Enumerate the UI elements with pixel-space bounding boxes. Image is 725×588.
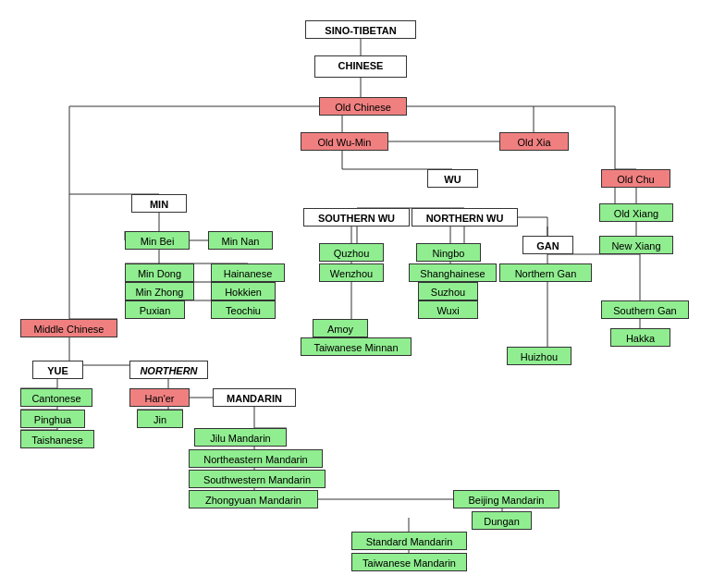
node-middle-chinese: Middle Chinese bbox=[20, 319, 117, 337]
node-min-bei: Min Bei bbox=[125, 231, 190, 250]
node-huizhou: Huizhou bbox=[507, 347, 571, 365]
node-yue: YUE bbox=[32, 361, 83, 379]
node-suzhou: Suzhou bbox=[418, 282, 478, 300]
node-amoy: Amoy bbox=[313, 319, 368, 337]
node-old-wu-min: Old Wu-Min bbox=[301, 132, 388, 151]
connecting-lines bbox=[0, 0, 725, 588]
node-taiwanese-mandarin: Taiwanese Mandarin bbox=[351, 553, 467, 571]
node-cantonese: Cantonese bbox=[20, 388, 92, 407]
node-wu: WU bbox=[427, 169, 478, 188]
node-wuxi: Wuxi bbox=[418, 300, 478, 319]
node-old-xia: Old Xia bbox=[499, 132, 569, 151]
node-northern: NORTHERN bbox=[129, 361, 208, 379]
node-chinese: CHINESE bbox=[314, 55, 407, 78]
node-dungan: Dungan bbox=[472, 511, 532, 530]
node-wenzhou: Wenzhou bbox=[319, 263, 384, 282]
node-beijing-mandarin: Beijing Mandarin bbox=[453, 490, 559, 508]
node-min-nan: Min Nan bbox=[208, 231, 273, 250]
node-northeastern-mandarin: Northeastern Mandarin bbox=[189, 449, 323, 468]
node-northern-gan: Northern Gan bbox=[499, 263, 592, 282]
node-min-dong: Min Dong bbox=[125, 263, 194, 282]
node-teochiu: Teochiu bbox=[211, 300, 276, 319]
node-jin: Jin bbox=[137, 410, 183, 428]
node-hokkien: Hokkien bbox=[211, 282, 276, 300]
node-old-chinese: Old Chinese bbox=[319, 97, 407, 116]
node-sino-tibetan: SINO-TIBETAN bbox=[305, 20, 416, 39]
node-old-chu: Old Chu bbox=[601, 169, 670, 188]
node-standard-mandarin: Standard Mandarin bbox=[351, 532, 467, 550]
node-taiwanese-minnan: Taiwanese Minnan bbox=[301, 337, 412, 356]
node-puxian: Puxian bbox=[125, 300, 185, 319]
tree-container: SINO-TIBETANCHINESEOld ChineseOld Wu-Min… bbox=[0, 0, 725, 588]
node-pinghua: Pinghua bbox=[20, 410, 85, 428]
node-gan: GAN bbox=[522, 236, 573, 254]
node-mandarin: MANDARIN bbox=[213, 388, 296, 407]
node-haner: Han'er bbox=[129, 388, 190, 407]
node-quzhou: Quzhou bbox=[319, 243, 384, 262]
node-northern-wu: NORTHERN WU bbox=[412, 208, 518, 227]
node-jilu-mandarin: Jilu Mandarin bbox=[194, 428, 287, 447]
node-zhongyuan-mandarin: Zhongyuan Mandarin bbox=[189, 490, 318, 508]
node-shanghainese: Shanghainese bbox=[409, 263, 497, 282]
node-min: MIN bbox=[131, 194, 187, 213]
node-southwestern-mandarin: Southwestern Mandarin bbox=[189, 470, 326, 488]
node-southern-wu: SOUTHERN WU bbox=[303, 208, 410, 227]
node-southern-gan: Southern Gan bbox=[601, 300, 689, 319]
node-ningbo: Ningbo bbox=[416, 243, 481, 262]
node-old-xiang: Old Xiang bbox=[599, 203, 673, 222]
node-taishanese: Taishanese bbox=[20, 430, 94, 448]
node-hakka: Hakka bbox=[610, 328, 670, 347]
node-hainanese: Hainanese bbox=[211, 263, 285, 282]
node-min-zhong: Min Zhong bbox=[125, 282, 194, 300]
node-new-xiang: New Xiang bbox=[599, 236, 673, 254]
